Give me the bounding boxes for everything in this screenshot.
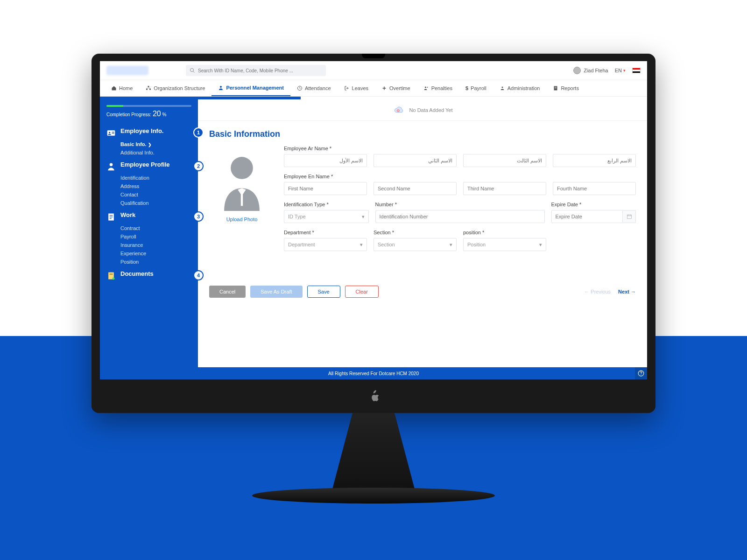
home-icon xyxy=(111,85,117,91)
en-name-4[interactable] xyxy=(553,182,636,195)
id-number-input[interactable] xyxy=(375,210,545,223)
nav-payroll[interactable]: $Payroll xyxy=(459,80,493,96)
ar-name-1[interactable] xyxy=(284,154,367,167)
next-button[interactable]: Next → xyxy=(618,289,636,294)
sub-position[interactable]: Position xyxy=(100,257,198,266)
save-button[interactable]: Save xyxy=(307,286,340,298)
sub-qualification[interactable]: Qualification xyxy=(100,198,198,207)
id-card-icon xyxy=(106,128,116,138)
nav-leaves[interactable]: Leaves xyxy=(338,80,375,96)
help-button[interactable] xyxy=(635,367,647,379)
nav-personnel[interactable]: Personnel Management xyxy=(211,80,290,96)
sub-basic-info[interactable]: Basic Info.❯ xyxy=(100,140,198,148)
cancel-button[interactable]: Cancel xyxy=(209,286,246,298)
lang-label: EN xyxy=(615,68,622,73)
save-draft-button[interactable]: Save As Draft xyxy=(250,286,302,298)
nodata-bar: No Data Added Yet xyxy=(198,99,647,121)
nav-admin[interactable]: Administration xyxy=(493,80,547,96)
id-type-select[interactable]: ID Type▾ xyxy=(284,210,369,223)
admin-icon xyxy=(500,85,505,91)
brand-logo xyxy=(106,66,148,75)
svg-rect-2 xyxy=(148,86,149,87)
page-title: Basic Information xyxy=(209,129,636,139)
en-name-1[interactable] xyxy=(284,182,367,195)
sub-insurance[interactable]: Insurance xyxy=(100,240,198,249)
calendar-icon xyxy=(627,214,632,219)
svg-rect-19 xyxy=(110,215,113,216)
svg-point-7 xyxy=(425,87,426,88)
sub-identification[interactable]: Identification xyxy=(100,173,198,182)
progress-text: Completion Progress: 20 % xyxy=(106,110,191,118)
en-name-3[interactable] xyxy=(463,182,546,195)
sub-experience[interactable]: Experience xyxy=(100,249,198,257)
step-employee-profile[interactable]: Employee Profile 2 xyxy=(100,156,198,173)
label-en-name: Employee En Name * xyxy=(284,174,636,179)
chevron-down-icon: ▾ xyxy=(360,242,363,248)
ar-name-4[interactable] xyxy=(553,154,636,167)
label-ar-name: Employee Ar Name * xyxy=(284,146,636,151)
ar-name-2[interactable] xyxy=(374,154,457,167)
user-chip[interactable]: Ziad Fteha xyxy=(573,67,608,74)
flag-icon[interactable] xyxy=(632,68,641,73)
avatar-icon xyxy=(573,67,581,74)
docs-icon xyxy=(106,271,116,280)
svg-rect-29 xyxy=(241,193,243,206)
search-box[interactable] xyxy=(186,65,326,76)
svg-line-1 xyxy=(193,71,195,73)
app: Ziad Fteha EN ▾ Home Organization Struct… xyxy=(100,61,647,379)
svg-rect-12 xyxy=(555,88,557,89)
search-input[interactable] xyxy=(198,68,322,73)
calendar-button[interactable] xyxy=(623,210,636,223)
upload-photo-link[interactable]: Upload Photo xyxy=(209,217,275,222)
step-work[interactable]: Work 3 xyxy=(100,207,198,224)
help-icon xyxy=(638,370,644,377)
nav-attendance[interactable]: Attendance xyxy=(290,80,338,96)
svg-point-26 xyxy=(397,110,398,111)
step-documents[interactable]: Documents 4 xyxy=(100,266,198,282)
wizard-sidebar: Completion Progress: 20 % Employee Info.… xyxy=(100,97,198,367)
svg-point-9 xyxy=(501,87,503,88)
svg-rect-20 xyxy=(110,217,113,217)
label-position: position * xyxy=(463,230,546,235)
sub-additional-info[interactable]: Additional Info. xyxy=(100,148,198,156)
sub-address[interactable]: Address xyxy=(100,182,198,190)
nav-reports[interactable]: Reports xyxy=(546,80,585,96)
en-name-2[interactable] xyxy=(374,182,457,195)
svg-rect-16 xyxy=(112,133,114,133)
nav-org-structure[interactable]: Organization Structure xyxy=(139,80,211,96)
cloud-empty-icon xyxy=(393,104,405,116)
sub-contact[interactable]: Contact xyxy=(100,190,198,198)
position-select[interactable]: Position▾ xyxy=(463,238,546,251)
avatar-placeholder xyxy=(216,150,268,211)
svg-point-14 xyxy=(109,132,110,133)
step-employee-info[interactable]: Employee Info. 1 xyxy=(100,123,198,140)
progress-bar xyxy=(106,105,191,107)
dept-select[interactable]: Department▾ xyxy=(284,238,367,251)
clock-icon xyxy=(297,85,303,91)
nav-overtime[interactable]: Overtime xyxy=(375,80,417,96)
topbar: Ziad Fteha EN ▾ xyxy=(100,61,647,80)
svg-rect-15 xyxy=(112,132,114,133)
form-panel: No Data Added Yet Basic Information Uplo… xyxy=(198,97,647,367)
document-icon xyxy=(106,212,116,222)
svg-rect-23 xyxy=(110,274,113,274)
expire-date-input[interactable] xyxy=(551,210,623,223)
ar-name-3[interactable] xyxy=(463,154,546,167)
nav-home[interactable]: Home xyxy=(105,80,139,96)
nav-penalties[interactable]: Penalties xyxy=(417,80,459,96)
section-select[interactable]: Section▾ xyxy=(374,238,457,251)
plus-icon xyxy=(381,85,387,91)
language-selector[interactable]: EN ▾ xyxy=(615,68,626,73)
org-icon xyxy=(146,85,151,91)
profile-icon xyxy=(106,162,116,171)
svg-point-25 xyxy=(397,109,399,112)
svg-rect-3 xyxy=(146,89,148,90)
sub-contract[interactable]: Contract xyxy=(100,224,198,232)
username: Ziad Fteha xyxy=(584,68,608,73)
chevron-down-icon: ▾ xyxy=(539,242,542,248)
sub-payroll[interactable]: Payroll xyxy=(100,232,198,240)
svg-point-27 xyxy=(398,110,399,111)
search-icon xyxy=(190,68,195,73)
main-nav: Home Organization Structure Personnel Ma… xyxy=(100,80,647,97)
clear-button[interactable]: Clear xyxy=(345,286,379,298)
